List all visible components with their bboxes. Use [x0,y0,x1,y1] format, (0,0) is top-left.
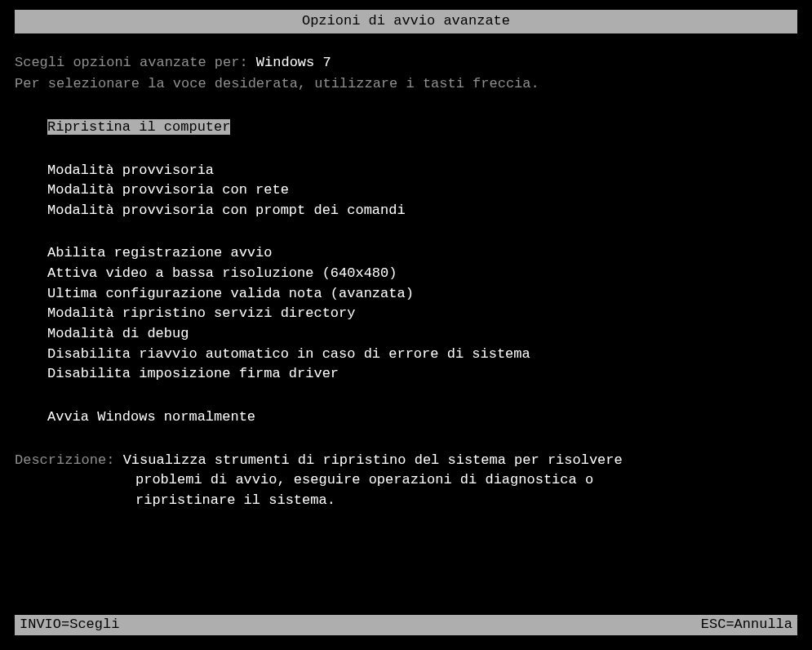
option-disable-driver-sig[interactable]: Disabilita imposizione firma driver [15,364,797,385]
title-bar: Opzioni di avvio avanzate [15,10,797,33]
boot-options-list: Ripristina il computer Modalità provviso… [15,118,797,428]
option-ds-restore[interactable]: Modalità ripristino servizi directory [15,304,797,324]
option-debug-mode[interactable]: Modalità di debug [15,324,797,345]
nav-instruction: Per selezionare la voce desiderata, util… [15,74,797,95]
option-disable-auto-restart[interactable]: Disabilita riavvio automatico in caso di… [15,345,797,365]
option-safe-mode-cmd[interactable]: Modalità provvisoria con prompt dei coma… [15,201,797,221]
hint-esc: ESC=Annulla [701,615,792,635]
option-start-normally[interactable]: Avvia Windows normalmente [15,407,797,428]
description-line3: ripristinare il sistema. [15,491,797,511]
choose-prefix: Scegli opzioni avanzate per: [15,55,256,70]
option-low-res-video[interactable]: Attiva video a bassa risoluzione (640x48… [15,264,797,284]
description-line1: Visualizza strumenti di ripristino del s… [123,452,623,468]
option-boot-logging[interactable]: Abilita registrazione avvio [15,243,797,264]
option-safe-mode-net[interactable]: Modalità provvisoria con rete [15,180,797,201]
option-last-known-good[interactable]: Ultima configurazione valida nota (avanz… [15,284,797,305]
option-safe-mode[interactable]: Modalità provvisoria [15,161,797,181]
choose-prompt: Scegli opzioni avanzate per: Windows 7 [15,53,797,73]
option-repair-computer[interactable]: Ripristina il computer [15,118,797,138]
description-block: Descrizione: Visualizza strumenti di rip… [15,451,797,511]
description-label: Descrizione: [15,452,123,468]
hint-enter: INVIO=Scegli [20,615,119,635]
description-line2: problemi di avvio, eseguire operazioni d… [15,470,797,491]
os-name: Windows 7 [256,55,331,70]
footer-bar: INVIO=Scegli ESC=Annulla [15,615,797,635]
screen-title: Opzioni di avvio avanzate [302,13,510,29]
